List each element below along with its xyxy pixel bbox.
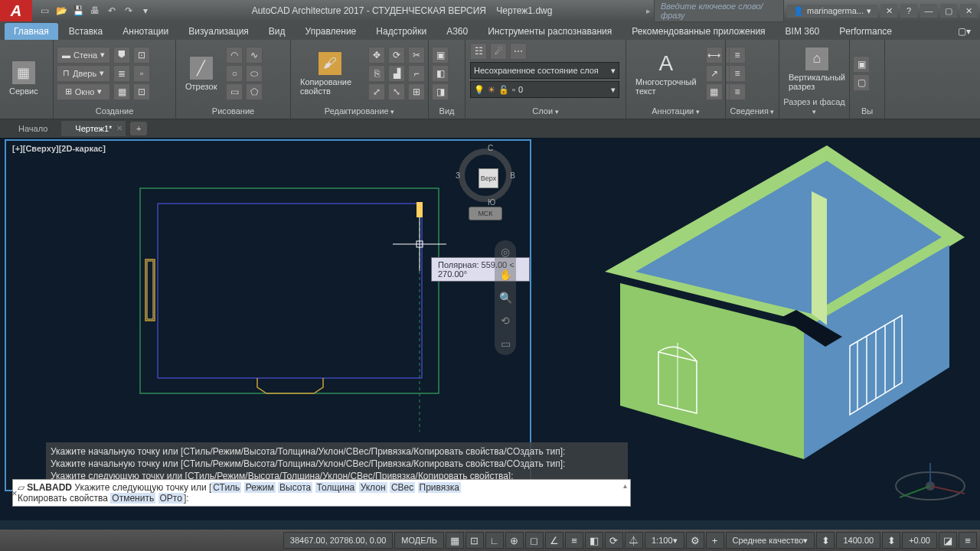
ellipse-icon[interactable]: ⬭ xyxy=(246,65,263,82)
zoom-icon[interactable]: 🔍 xyxy=(497,289,514,306)
stretch-icon[interactable]: ⤢ xyxy=(368,83,385,100)
viewport-2d[interactable]: [+][Сверху][2D-каркас] Полярная: 559.00 … xyxy=(5,139,531,491)
panel-layers[interactable]: Слои xyxy=(469,105,622,117)
door-button[interactable]: ⊓ Дверь ▾ xyxy=(57,65,110,82)
polar-toggle-icon[interactable]: ⊕ xyxy=(505,532,524,549)
close-icon[interactable]: ✕ xyxy=(960,4,977,18)
tab-bim360[interactable]: BIM 360 xyxy=(776,23,829,40)
ortho-toggle-icon[interactable]: ∟ xyxy=(485,532,504,549)
wall-button[interactable]: ▬ Стена ▾ xyxy=(57,47,110,64)
panel-draw[interactable]: Рисование xyxy=(179,105,287,117)
roof-icon[interactable]: ⛊ xyxy=(113,47,130,64)
tab-close-icon[interactable]: ✕ xyxy=(116,124,122,132)
space-toggle[interactable]: МОДЕЛЬ xyxy=(394,532,444,549)
print-icon[interactable]: 🖶 xyxy=(87,3,103,18)
layeriso-icon[interactable]: ☄ xyxy=(490,43,507,60)
table-icon[interactable]: ▦ xyxy=(706,83,723,100)
layer-current-combo[interactable]: 💡☀🔓▫ 0▾ xyxy=(470,81,619,98)
tab-featured[interactable]: Рекомендованные приложения xyxy=(622,23,774,40)
leader-icon[interactable]: ↗ xyxy=(706,65,723,82)
spline-icon[interactable]: ∿ xyxy=(246,47,263,64)
value2-readout[interactable]: +0.00 xyxy=(902,532,937,549)
panel-section[interactable]: Разрез и фасад xyxy=(782,96,846,117)
viewcube-cs[interactable]: МСК xyxy=(469,207,502,220)
annoscale-icon[interactable]: ⏃ xyxy=(625,532,643,549)
wheel-icon[interactable]: ◎ xyxy=(497,243,514,260)
save-icon[interactable]: 💾 xyxy=(70,3,86,18)
circle-icon[interactable]: ○ xyxy=(226,65,243,82)
array-icon[interactable]: ⊞ xyxy=(408,83,425,100)
ribbon-collapse-icon[interactable]: ▢▾ xyxy=(949,23,980,40)
tab-add-icon[interactable]: + xyxy=(130,122,147,135)
minimize-icon[interactable]: — xyxy=(920,4,937,18)
copy-icon[interactable]: ⎘ xyxy=(368,65,385,82)
drawing-area[interactable]: [+][Сверху][2D-каркас] Полярная: 559.00 … xyxy=(0,138,980,520)
elev-icon[interactable]: ⬍ xyxy=(816,532,835,549)
dim-icon[interactable]: ⟷ xyxy=(706,47,723,64)
tab-view[interactable]: Вид xyxy=(260,23,295,40)
quality-combo[interactable]: Среднее качество ▾ xyxy=(726,532,815,549)
open-icon[interactable]: 📂 xyxy=(54,3,69,18)
user-account[interactable]: 👤 marinagerma... ▾ xyxy=(787,5,877,18)
view2-icon[interactable]: ◧ xyxy=(432,65,449,82)
help-icon[interactable]: ? xyxy=(900,4,917,18)
app-logo[interactable]: A xyxy=(0,0,32,21)
view3-icon[interactable]: ◨ xyxy=(432,83,449,100)
tab-drawing1[interactable]: Чертеж1*✕ xyxy=(61,121,126,136)
tool2-icon[interactable]: ▫ xyxy=(133,65,150,82)
move-icon[interactable]: ✥ xyxy=(368,47,385,64)
mirror-icon[interactable]: ▟ xyxy=(388,65,405,82)
grid-icon[interactable]: ▦ xyxy=(113,83,130,100)
lineweight-toggle-icon[interactable]: ≡ xyxy=(565,532,583,549)
tool3-icon[interactable]: ⊡ xyxy=(133,83,150,100)
trim-icon[interactable]: ✂ xyxy=(408,47,425,64)
panel-create[interactable]: Создание xyxy=(57,105,172,117)
section-button[interactable]: ⌂Вертикальный разрез xyxy=(782,44,851,94)
tab-a360[interactable]: A360 xyxy=(437,23,477,40)
tab-start[interactable]: Начало xyxy=(5,121,61,136)
tab-insert[interactable]: Вставка xyxy=(60,23,113,40)
view1-icon[interactable]: ▣ xyxy=(432,47,449,64)
rect-icon[interactable]: ▭ xyxy=(226,83,243,100)
scale-icon[interactable]: ⤡ xyxy=(388,83,405,100)
tab-manage[interactable]: Управление xyxy=(296,23,366,40)
tool1-icon[interactable]: ⊡ xyxy=(133,47,150,64)
customize-icon[interactable]: ≡ xyxy=(959,532,977,549)
grid-toggle-icon[interactable]: ▦ xyxy=(446,532,464,549)
panel-view[interactable]: Вид xyxy=(432,105,462,117)
info2-icon[interactable]: ≡ xyxy=(729,65,746,82)
panel-info[interactable]: Сведения xyxy=(729,105,776,117)
rotate-icon[interactable]: ⟳ xyxy=(388,47,405,64)
command-line[interactable]: × ▱ SLABADD Укажите следующую точку или … xyxy=(12,479,631,507)
elev2-icon[interactable]: ⬍ xyxy=(882,532,900,549)
undo-icon[interactable]: ↶ xyxy=(104,3,119,18)
service-button[interactable]: ▦Сервис xyxy=(3,57,44,99)
exchange-icon[interactable]: ✕ xyxy=(880,4,897,18)
coords-readout[interactable]: 38467.00, 20786.00, 0.00 xyxy=(283,532,393,549)
info1-icon[interactable]: ≡ xyxy=(729,47,746,64)
line-button[interactable]: ╱Отрезок xyxy=(179,53,223,94)
gear-icon[interactable]: ⚙ xyxy=(686,532,704,549)
mtext-button[interactable]: AМногострочный текст xyxy=(629,48,703,99)
info3-icon[interactable]: ≡ xyxy=(729,83,746,100)
showmotion-icon[interactable]: ▭ xyxy=(497,335,514,352)
snap-toggle-icon[interactable]: ⊡ xyxy=(466,532,484,549)
fillet-icon[interactable]: ⌐ xyxy=(408,65,425,82)
layer-state-combo[interactable]: Несохраненное состояние слоя▾ xyxy=(470,62,619,79)
qat-more-icon[interactable]: ▾ xyxy=(138,3,153,18)
clip2-icon[interactable]: ▢ xyxy=(853,74,870,91)
search-input[interactable]: Введите ключевое слово/фразу xyxy=(654,0,784,22)
window-button[interactable]: ⊞ Окно ▾ xyxy=(57,83,110,100)
viewcube[interactable]: С Ю З В Верх МСК xyxy=(455,148,516,225)
panel-anno[interactable]: Аннотации xyxy=(629,105,722,117)
layermore-icon[interactable]: ⋯ xyxy=(510,43,527,60)
transparency-toggle-icon[interactable]: ◧ xyxy=(585,532,603,549)
tab-home[interactable]: Главная xyxy=(5,23,58,40)
tab-performance[interactable]: Performance xyxy=(830,23,901,40)
stair-icon[interactable]: ≣ xyxy=(113,65,130,82)
viewcube-face[interactable]: Верх xyxy=(479,168,498,188)
clip1-icon[interactable]: ▣ xyxy=(853,56,870,73)
pan-icon[interactable]: ✋ xyxy=(497,266,514,283)
poly-icon[interactable]: ⬠ xyxy=(246,83,263,100)
iso-icon[interactable]: ◪ xyxy=(939,532,957,549)
